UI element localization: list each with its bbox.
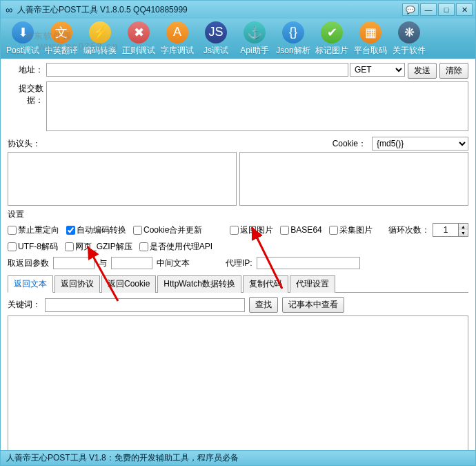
collect-image-checkbox[interactable]: 采集图片 xyxy=(329,224,373,236)
tab-1[interactable]: 返回协议 xyxy=(54,275,100,293)
address-label: 地址： xyxy=(8,63,46,76)
toolbar-label: 正则调试 xyxy=(122,45,155,57)
return-params-label: 取返回参数 xyxy=(8,258,49,269)
result-textarea[interactable] xyxy=(8,315,468,452)
toolbar-mark[interactable]: ✔标记图片 xyxy=(313,20,351,57)
toolbar-label: 编码转换 xyxy=(83,45,117,57)
api-icon: ⚓ xyxy=(244,21,266,43)
minimize-button[interactable]: — xyxy=(420,3,437,16)
toolbar-code[interactable]: ▦平台取码 xyxy=(351,20,390,57)
base64-checkbox[interactable]: BASE64 xyxy=(280,225,321,235)
proxy-ip-input[interactable] xyxy=(257,257,360,269)
submit-data-textarea[interactable] xyxy=(46,81,468,131)
toolbar-regex[interactable]: ✖正则调试 xyxy=(119,20,158,57)
toolbar-label: Json解析 xyxy=(276,45,310,57)
post-icon: ⬇ xyxy=(12,21,34,43)
keyword-label: 关键词： xyxy=(8,299,41,311)
mark-icon: ✔ xyxy=(321,21,343,43)
return-image-checkbox[interactable]: 返回图片 xyxy=(230,224,273,236)
js-icon: JS xyxy=(205,21,227,43)
keyword-input[interactable] xyxy=(45,298,245,312)
proxy-ip-label: 代理IP: xyxy=(226,258,252,269)
spin-up-icon[interactable]: ▲ xyxy=(458,224,468,230)
tab-0[interactable]: 返回文本 xyxy=(8,275,53,293)
loop-count-label: 循环次数： xyxy=(388,224,430,236)
close-button[interactable]: ✕ xyxy=(456,3,473,16)
toolbar-label: 关于软件 xyxy=(393,45,426,57)
clear-button[interactable]: 清除 xyxy=(439,63,468,79)
tab-3[interactable]: HttpWatch数据转换 xyxy=(157,275,241,293)
translate-icon: 文 xyxy=(50,21,72,43)
toolbar-translate[interactable]: 文中英翻译 xyxy=(42,20,81,57)
statusbar: 人善帝王心POST工具 V1.8：免费的开发辅助工具，程序员必备 xyxy=(1,450,475,465)
notepad-button[interactable]: 记事本中查看 xyxy=(282,297,344,313)
param-end-input[interactable] xyxy=(111,257,152,269)
toolbar-encode[interactable]: ⚡编码转换 xyxy=(81,20,119,57)
toolbar-about[interactable]: ❋关于软件 xyxy=(390,20,428,57)
about-icon: ❋ xyxy=(398,21,420,43)
auto-encode-checkbox[interactable]: 自动编码转换 xyxy=(66,224,126,236)
titlebar: ∞ 人善帝王心POST工具 V1.8.0.5 QQ410885999 💬 — □… xyxy=(1,1,475,19)
toolbar-js[interactable]: JSJs调试 xyxy=(197,20,235,57)
send-button[interactable]: 发送 xyxy=(408,63,437,79)
toolbar: ⬇Post调试文中英翻译⚡编码转换✖正则调试A字库调试JSJs调试⚓Api助手{… xyxy=(1,19,475,59)
headers-textarea[interactable] xyxy=(8,152,237,206)
toolbar-label: 中英翻译 xyxy=(45,45,78,57)
md5-select[interactable]: {md5()} xyxy=(372,137,468,151)
utf8-decode-checkbox[interactable]: UTF-8解码 xyxy=(8,241,58,253)
gzip-checkbox[interactable]: 网页_GZIP解压 xyxy=(65,241,132,253)
tab-4[interactable]: 复制代码 xyxy=(243,275,288,293)
no-redirect-checkbox[interactable]: 禁止重定向 xyxy=(8,224,59,236)
result-tabs: 返回文本返回协议返回CookieHttpWatch数据转换复制代码代理设置 xyxy=(8,275,468,293)
cookie-textarea[interactable] xyxy=(239,152,468,206)
toolbar-label: 标记图片 xyxy=(315,45,348,57)
chat-button[interactable]: 💬 xyxy=(402,3,419,16)
cookie-merge-checkbox[interactable]: Cookie合并更新 xyxy=(133,224,202,236)
code-icon: ▦ xyxy=(359,21,381,43)
window-title: 人善帝王心POST工具 V1.8.0.5 QQ410885999 xyxy=(17,4,402,16)
loop-count-spinner[interactable]: ▲▼ xyxy=(433,223,468,237)
param-start-input[interactable] xyxy=(53,257,95,269)
font-icon: A xyxy=(166,21,188,43)
mid-text-label: 中间文本 xyxy=(157,258,190,269)
tab-2[interactable]: 返回Cookie xyxy=(101,275,156,293)
submit-data-label: 提交数据： xyxy=(8,81,46,106)
find-button[interactable]: 查找 xyxy=(249,297,278,313)
toolbar-label: Js调试 xyxy=(204,45,228,57)
tab-5[interactable]: 代理设置 xyxy=(290,275,335,293)
toolbar-label: 字库调试 xyxy=(161,45,194,57)
toolbar-api[interactable]: ⚓Api助手 xyxy=(235,20,274,57)
spin-down-icon[interactable]: ▼ xyxy=(458,230,468,236)
cookie-label: Cookie： xyxy=(333,138,366,150)
address-input[interactable] xyxy=(46,63,348,77)
maximize-button[interactable]: □ xyxy=(438,3,455,16)
method-select[interactable]: GET xyxy=(350,63,405,77)
and-label: 与 xyxy=(99,258,107,269)
settings-label: 设置 xyxy=(8,208,468,220)
toolbar-label: Post调试 xyxy=(6,45,39,57)
app-icon: ∞ xyxy=(3,4,14,15)
toolbar-json[interactable]: {}Json解析 xyxy=(274,20,313,57)
toolbar-post[interactable]: ⬇Post调试 xyxy=(3,20,42,57)
loop-count-input[interactable] xyxy=(433,224,458,235)
headers-label: 协议头： xyxy=(8,138,327,150)
json-icon: {} xyxy=(282,21,304,43)
use-proxy-checkbox[interactable]: 是否使用代理API xyxy=(139,241,212,253)
toolbar-label: 平台取码 xyxy=(354,45,387,57)
encode-icon: ⚡ xyxy=(89,21,111,43)
toolbar-font[interactable]: A字库调试 xyxy=(158,20,197,57)
regex-icon: ✖ xyxy=(128,21,150,43)
toolbar-label: Api助手 xyxy=(240,45,268,57)
